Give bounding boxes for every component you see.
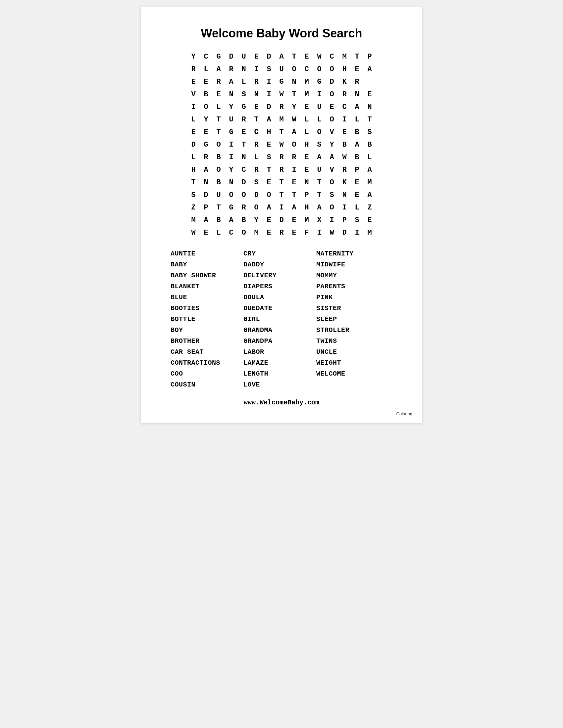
grid-cell: E xyxy=(288,226,301,239)
grid-cell: O xyxy=(262,189,275,201)
page: Welcome Baby Word Search YCGDUEDATEWCMTP… xyxy=(141,7,422,423)
grid-cell: E xyxy=(363,214,376,226)
grid-cell: R xyxy=(338,88,351,101)
grid-cell: G xyxy=(225,126,237,138)
grid-cell: O xyxy=(212,138,225,151)
word-item: WEIGHT xyxy=(316,358,389,368)
word-item: AUNTIE xyxy=(170,249,243,258)
word-item: DADDY xyxy=(243,260,316,269)
grid-cell: O xyxy=(326,63,338,75)
grid-cell: V xyxy=(326,163,338,176)
grid-cell: V xyxy=(326,126,338,138)
grid-cell: O xyxy=(326,88,338,101)
word-item: BABY SHOWER xyxy=(170,271,243,280)
grid-cell: A xyxy=(288,201,301,214)
grid-cell: A xyxy=(200,214,212,226)
grid-cell: W xyxy=(326,226,338,239)
grid-cell: G xyxy=(212,50,225,63)
word-item: CRY xyxy=(243,249,316,258)
grid-cell: E xyxy=(363,88,376,101)
grid-cell: R xyxy=(187,63,200,75)
grid-cell: N xyxy=(338,189,351,201)
grid-cell: O xyxy=(250,201,262,214)
grid-cell: N xyxy=(301,176,313,189)
grid-cell: N xyxy=(237,151,250,163)
grid-cell: A xyxy=(313,201,326,214)
grid-cell: W xyxy=(187,226,200,239)
grid-cell: I xyxy=(313,226,326,239)
word-item: LOVE xyxy=(243,380,316,389)
grid-cell: O xyxy=(212,163,225,176)
grid-cell: I xyxy=(288,163,301,176)
grid-cell: T xyxy=(212,126,225,138)
grid-container: YCGDUEDATEWCMTPRLARNISUOCOOHEAEERALRIGNM… xyxy=(167,50,396,239)
grid-cell: I xyxy=(351,226,363,239)
word-item: MOMMY xyxy=(316,271,389,280)
grid-cell: L xyxy=(313,113,326,126)
word-item: CONTRACTIONS xyxy=(170,358,243,368)
word-item: GRANDPA xyxy=(243,336,316,346)
grid-cell: S xyxy=(262,63,275,75)
grid-cell: D xyxy=(187,138,200,151)
grid-cell: R xyxy=(338,163,351,176)
grid-cell: M xyxy=(250,226,262,239)
word-item: BLUE xyxy=(170,293,243,302)
grid-cell: R xyxy=(250,75,262,88)
page-title: Welcome Baby Word Search xyxy=(167,26,396,40)
grid-cell: A xyxy=(351,101,363,113)
word-item: CAR SEAT xyxy=(170,347,243,357)
grid-cell: L xyxy=(212,226,225,239)
grid-cell: E xyxy=(301,50,313,63)
grid-cell: B xyxy=(212,214,225,226)
grid-cell: I xyxy=(262,88,275,101)
grid-cell: E xyxy=(200,126,212,138)
grid-cell: K xyxy=(338,75,351,88)
grid-cell: Z xyxy=(363,201,376,214)
grid-cell: U xyxy=(237,50,250,63)
grid-cell: D xyxy=(200,189,212,201)
word-item: BLANKET xyxy=(170,282,243,291)
grid-cell: D xyxy=(275,214,288,226)
grid-cell: I xyxy=(225,138,237,151)
grid-cell: T xyxy=(313,189,326,201)
grid-cell: O xyxy=(237,226,250,239)
grid-cell: L xyxy=(200,63,212,75)
grid-cell: N xyxy=(237,63,250,75)
grid-cell: T xyxy=(187,176,200,189)
word-item: GIRL xyxy=(243,314,316,324)
grid-cell: A xyxy=(200,163,212,176)
grid-cell: I xyxy=(187,101,200,113)
grid-cell: E xyxy=(262,176,275,189)
grid-cell: P xyxy=(338,214,351,226)
grid-cell: O xyxy=(326,113,338,126)
grid-cell: R xyxy=(200,151,212,163)
grid-cell: L xyxy=(363,151,376,163)
grid-cell: H xyxy=(301,201,313,214)
word-item: DUEDATE xyxy=(243,303,316,313)
word-item: DIAPERS xyxy=(243,282,316,291)
grid-cell: I xyxy=(338,201,351,214)
grid-cell: I xyxy=(262,75,275,88)
grid-cell: E xyxy=(351,176,363,189)
grid-cell: N xyxy=(288,75,301,88)
grid-cell: U xyxy=(313,163,326,176)
grid-cell: T xyxy=(275,176,288,189)
grid-cell: Z xyxy=(187,201,200,214)
grid-cell: A xyxy=(225,75,237,88)
grid-cell: W xyxy=(288,113,301,126)
grid-cell: R xyxy=(275,226,288,239)
grid-cell: A xyxy=(363,189,376,201)
grid-cell: N xyxy=(250,88,262,101)
grid-cell: T xyxy=(275,189,288,201)
grid-cell: G xyxy=(313,75,326,88)
grid-cell: P xyxy=(363,50,376,63)
grid-cell: U xyxy=(313,101,326,113)
grid-cell: M xyxy=(363,226,376,239)
grid-cell: S xyxy=(250,176,262,189)
grid-cell: A xyxy=(212,63,225,75)
grid-cell: E xyxy=(351,63,363,75)
grid-cell: L xyxy=(212,101,225,113)
grid-cell: H xyxy=(262,126,275,138)
grid-cell: G xyxy=(200,138,212,151)
grid-cell: R xyxy=(351,75,363,88)
